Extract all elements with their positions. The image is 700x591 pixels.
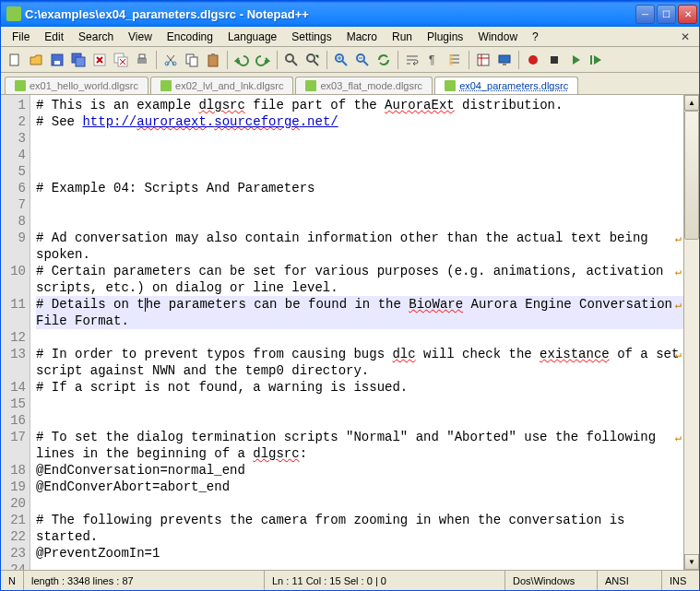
status-eol: Dos\Windows	[505, 571, 598, 590]
svg-rect-8	[137, 58, 147, 64]
wrap-indicator-icon: ↵	[675, 264, 682, 280]
code-line[interactable]: # If a script is not found, a warning is…	[36, 379, 683, 396]
menu-[interactable]: ?	[525, 29, 546, 45]
scroll-thumb[interactable]	[684, 111, 699, 240]
svg-rect-22	[478, 54, 489, 65]
code-area[interactable]: # This is an example dlgsrc file part of…	[30, 95, 683, 570]
svg-rect-13	[190, 57, 197, 66]
code-line[interactable]	[36, 213, 683, 230]
zoom-out-button[interactable]	[352, 50, 373, 70]
svg-rect-15	[211, 53, 215, 56]
wrap-button[interactable]	[402, 50, 422, 70]
wrap-indicator-icon: ↵	[675, 430, 682, 446]
code-line[interactable]	[36, 147, 683, 163]
replace-button[interactable]	[303, 50, 323, 70]
menu-close-doc[interactable]: ✕	[675, 30, 695, 43]
status-encoding: ANSI	[598, 571, 662, 590]
new-button[interactable]	[5, 50, 25, 70]
code-line[interactable]: @EndConversation=normal_end	[36, 462, 683, 479]
tab-3[interactable]: ex04_parameters.dlgsrc	[434, 77, 578, 94]
status-position: Ln : 11 Col : 15 Sel : 0 | 0	[265, 571, 505, 590]
code-line[interactable]: # Details on the parameters can be found…	[36, 296, 683, 329]
svg-rect-14	[208, 55, 218, 66]
close-button[interactable]: ✕	[678, 5, 697, 24]
redo-button[interactable]	[253, 50, 273, 70]
lang-button[interactable]	[473, 50, 493, 70]
menu-file[interactable]: File	[5, 29, 37, 45]
menu-bar: FileEditSearchViewEncodingLanguageSettin…	[1, 27, 699, 47]
svg-point-25	[528, 55, 538, 65]
status-insert: INS	[662, 571, 699, 590]
menu-settings[interactable]: Settings	[284, 29, 338, 45]
save-all-button[interactable]	[68, 50, 89, 70]
maximize-button[interactable]: ☐	[657, 5, 676, 24]
code-line[interactable]: @EndConverAbort=abort_end	[36, 479, 683, 495]
scroll-up-button[interactable]: ▲	[684, 95, 699, 111]
code-line[interactable]	[36, 329, 683, 346]
svg-point-16	[286, 54, 293, 62]
code-line[interactable]	[36, 163, 683, 180]
menu-edit[interactable]: Edit	[37, 29, 71, 45]
find-button[interactable]	[281, 50, 302, 70]
tab-0[interactable]: ex01_hello_world.dlgsrc	[5, 77, 148, 94]
sync-button[interactable]	[374, 50, 394, 70]
code-line[interactable]: # In order to prevent typos from causing…	[36, 346, 683, 379]
macro-rec-button[interactable]	[523, 50, 543, 70]
menu-view[interactable]: View	[121, 29, 160, 45]
wrap-indicator-icon: ↵	[675, 297, 682, 313]
scroll-down-button[interactable]: ▼	[684, 554, 699, 570]
tab-label: ex01_hello_world.dlgsrc	[30, 80, 138, 91]
code-line[interactable]	[36, 412, 683, 429]
menu-language[interactable]: Language	[220, 29, 284, 45]
menu-plugins[interactable]: Plugins	[420, 29, 470, 45]
scroll-track[interactable]	[684, 111, 699, 554]
code-line[interactable]: # Ad conversation may also contain infor…	[36, 230, 683, 263]
undo-button[interactable]	[231, 50, 252, 70]
code-line[interactable]	[36, 561, 683, 570]
menu-run[interactable]: Run	[385, 29, 420, 45]
vertical-scrollbar[interactable]: ▲ ▼	[683, 95, 699, 570]
file-icon	[305, 80, 316, 91]
code-line[interactable]: # See http://auroraext.sourceforge.net/	[36, 113, 683, 130]
code-line[interactable]: @PreventZoomIn=1	[36, 545, 683, 561]
code-line[interactable]: # To set the dialog termination scripts …	[36, 429, 683, 462]
macro-repeat-button[interactable]	[587, 50, 607, 70]
close-button[interactable]	[89, 50, 110, 70]
tab-bar: ex01_hello_world.dlgsrcex02_lvl_and_lnk.…	[1, 73, 699, 95]
close-all-button[interactable]	[111, 50, 131, 70]
code-line[interactable]	[36, 130, 683, 147]
file-icon	[445, 80, 456, 91]
show-chars-button[interactable]: ¶	[423, 50, 444, 70]
macro-play-button[interactable]	[565, 50, 586, 70]
code-line[interactable]: # Certain parameters can be set for vari…	[36, 263, 683, 296]
zoom-in-button[interactable]	[331, 50, 351, 70]
wrap-indicator-icon: ↵	[675, 347, 682, 363]
menu-macro[interactable]: Macro	[339, 29, 385, 45]
code-line[interactable]: # The following prevents the camera from…	[36, 512, 683, 545]
svg-text:¶: ¶	[429, 53, 434, 66]
svg-rect-24	[503, 64, 506, 65]
tab-1[interactable]: ex02_lvl_and_lnk.dlgsrc	[150, 77, 293, 94]
open-button[interactable]	[26, 50, 46, 70]
copy-button[interactable]	[182, 50, 202, 70]
tab-2[interactable]: ex03_flat_mode.dlgsrc	[295, 77, 433, 94]
paste-button[interactable]	[203, 50, 223, 70]
title-bar: C:\examples\ex04_parameters.dlgsrc - Not…	[1, 1, 699, 27]
monitor-button[interactable]	[494, 50, 515, 70]
code-line[interactable]	[36, 196, 683, 213]
code-line[interactable]: # Example 04: Scripts And Parameters	[36, 180, 683, 196]
menu-search[interactable]: Search	[71, 29, 121, 45]
window-title: C:\examples\ex04_parameters.dlgsrc - Not…	[25, 7, 635, 21]
cut-button[interactable]	[160, 50, 181, 70]
code-line[interactable]: # This is an example dlgsrc file part of…	[36, 97, 683, 113]
minimize-button[interactable]: ─	[635, 5, 655, 24]
save-button[interactable]	[47, 50, 67, 70]
macro-stop-button[interactable]	[544, 50, 564, 70]
code-line[interactable]	[36, 495, 683, 512]
print-button[interactable]	[132, 50, 152, 70]
menu-window[interactable]: Window	[470, 29, 525, 45]
menu-encoding[interactable]: Encoding	[160, 29, 220, 45]
status-length: length : 3348 lines : 87	[24, 571, 265, 590]
code-line[interactable]	[36, 396, 683, 412]
indent-guide-button[interactable]	[445, 50, 465, 70]
